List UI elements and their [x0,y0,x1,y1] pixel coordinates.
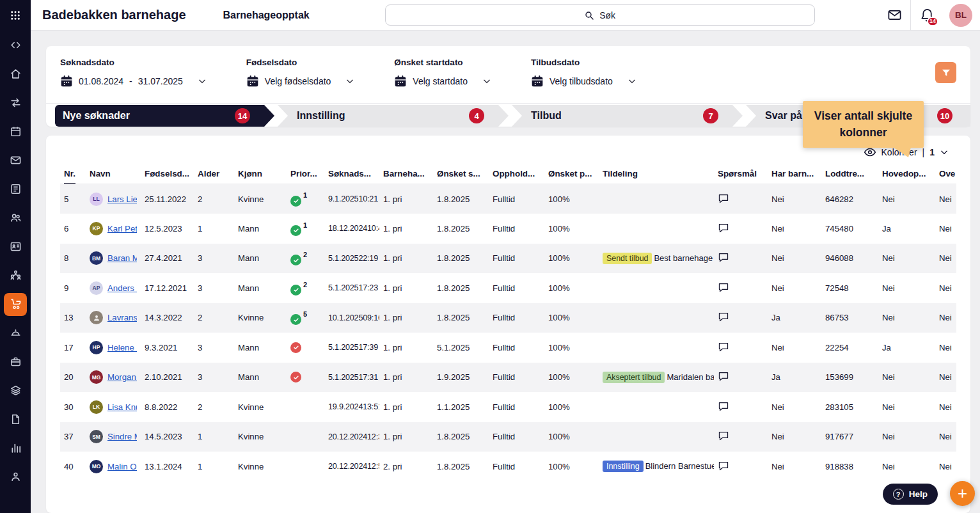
applicant-name-link[interactable]: Lisa Knut [107,402,137,412]
column-header[interactable]: Navn [86,162,141,184]
column-header[interactable]: Fødselsd... [141,162,194,184]
column-header[interactable]: Tildeling [599,162,714,184]
filter-startdato: Ønsket startdato Velg startdato [394,58,491,88]
column-header[interactable]: Barneha... [379,162,433,184]
filter-button[interactable] [935,62,956,83]
applicant-avatar: LK [90,400,103,414]
comment-icon[interactable] [718,342,729,352]
column-header[interactable]: Loddtre... [821,162,878,184]
comment-icon[interactable] [718,430,729,441]
applicant-row[interactable]: 5LLLars Lien25.11.20222Kvinne19.1.202510… [60,184,956,214]
column-header[interactable]: Har barn... [768,162,821,184]
applicant-row[interactable]: 17HPHelene Pa9.3.20213Mann5.1.202517:391… [60,333,956,363]
comment-icon[interactable] [718,282,729,292]
list-document-icon[interactable] [0,175,31,203]
search-input[interactable]: Søk [385,4,815,26]
assignment-badge: Akseptert tilbud [603,372,665,383]
lottery-number-cell: 283105 [821,392,878,422]
stage-tab-innstilling[interactable]: Innstilling 4 [278,105,509,127]
column-header[interactable]: Kjønn [234,162,287,184]
applicant-row[interactable]: 9APAnders Pe17.12.20213Mann25.1.202517:2… [60,273,956,303]
code-brackets-icon[interactable] [0,31,31,59]
id-card-icon[interactable] [0,232,31,261]
column-header[interactable]: Ove [935,162,956,184]
layers-icon[interactable] [0,376,31,405]
comment-icon[interactable] [718,461,729,471]
column-header[interactable]: Ønsket s... [433,162,489,184]
statistics-icon[interactable] [0,434,31,462]
column-header[interactable]: Søknads... [324,162,379,184]
birthdate-cell: 17.12.2021 [141,273,194,303]
apps-grid-icon[interactable] [0,0,31,31]
approved-status-icon [290,314,301,325]
applicant-name-link[interactable]: Karl Pette [107,224,137,233]
birthdate-cell: 14.5.2023 [141,422,194,452]
document-icon[interactable] [0,405,31,434]
column-header[interactable]: Prior... [287,162,324,184]
family-icon[interactable] [0,261,31,290]
applicant-row[interactable]: 8BMBaran Ma27.4.20213Mann25.1.202522:191… [60,244,956,274]
assignment-cell [599,214,714,244]
applicant-row[interactable]: 37SMSindre Mo14.5.20231Kvinne20.12.20241… [60,422,956,452]
applicant-name-link[interactable]: Baran Ma [107,253,137,263]
table-scroll-area[interactable]: Nr.NavnFødselsd...AlderKjønnPrior...Søkn… [60,162,956,513]
tilbudsdato-picker[interactable]: Velg tilbudsdato [531,75,636,88]
applicant-row[interactable]: 13Lavrans L14.3.20222Kvinne510.1.202509:… [60,303,956,333]
assignment-cell [599,303,714,333]
comment-icon[interactable] [718,371,729,381]
applicant-row[interactable]: 20MGMorgan G2.10.20213Mann5.1.202517:311… [60,363,956,393]
users-icon[interactable] [0,203,31,232]
startdato-picker[interactable]: Velg startdato [394,75,491,88]
stroller-icon-active[interactable] [0,290,31,319]
briefcase-icon[interactable] [0,347,31,376]
applicant-name-link[interactable]: Helene Pa [107,343,137,352]
applicant-name-link[interactable]: Malin Olse [107,462,137,471]
meal-icon[interactable] [0,319,31,347]
search-icon [584,10,594,20]
has-sibling-cell: Nei [768,422,821,452]
user-avatar[interactable]: BL [949,4,972,27]
comment-icon[interactable] [718,252,729,262]
comment-icon[interactable] [718,312,729,322]
comment-icon[interactable] [718,401,729,411]
lottery-number-cell: 745480 [821,214,878,244]
messages-button[interactable] [878,0,910,31]
gender-cell: Kvinne [234,303,287,333]
notifications-button[interactable]: 14 [911,0,943,31]
soknadsdato-picker[interactable]: 01.08.2024 - 31.07.2025 [60,75,207,88]
applicant-row[interactable]: 6KPKarl Pette12.5.20231Mann118.12.202410… [60,214,956,244]
help-button[interactable]: ? Help [883,484,938,505]
home-icon[interactable] [0,59,31,88]
nr-cell: 30 [60,392,86,422]
comment-icon[interactable] [718,223,729,233]
applicant-name-link[interactable]: Morgan G [107,372,137,382]
mail-icon[interactable] [0,146,31,175]
transfer-icon[interactable] [0,88,31,117]
has-sibling-cell: Nei [768,452,821,482]
column-header[interactable]: Opphold... [489,162,544,184]
column-header[interactable]: Spørsmål [714,162,768,184]
priority-number: 2 [303,251,307,258]
priority-status-cell: 5 [287,303,324,333]
applicant-avatar: LL [90,193,103,206]
fodselsdato-picker[interactable]: Velg fødselsdato [246,75,355,88]
organization-icon[interactable] [0,462,31,491]
stage-tab-tilbud[interactable]: Tilbud 7 [512,105,743,127]
comment-icon[interactable] [718,193,729,203]
column-header[interactable]: Nr. [60,162,86,184]
applicant-name-link[interactable]: Anders Pe [107,283,137,293]
assignment-cell: Sendt tilbudBest barnehage (3. p [599,244,714,274]
applicant-name-link[interactable]: Lavrans L [107,313,137,322]
add-button[interactable]: + [950,481,975,506]
calendar-icon[interactable] [0,117,31,146]
applicant-row[interactable]: 30LKLisa Knut8.8.20222Kvinne19.9.202413:… [60,392,956,422]
applicant-name-link[interactable]: Lars Lien [107,194,137,204]
column-header[interactable]: Alder [194,162,234,184]
desired-percent-cell: 100% [544,244,599,274]
column-header[interactable]: Hovedop... [878,162,935,184]
main-admission-cell: Ja [878,214,935,244]
applicant-row[interactable]: 40MOMalin Olse13.1.20241Kvinne20.12.2024… [60,452,956,482]
column-header[interactable]: Ønsket p... [544,162,599,184]
stage-tab-nye-soknader[interactable]: Nye søknader 14 [55,105,274,127]
applicant-name-link[interactable]: Sindre Mo [107,432,137,441]
